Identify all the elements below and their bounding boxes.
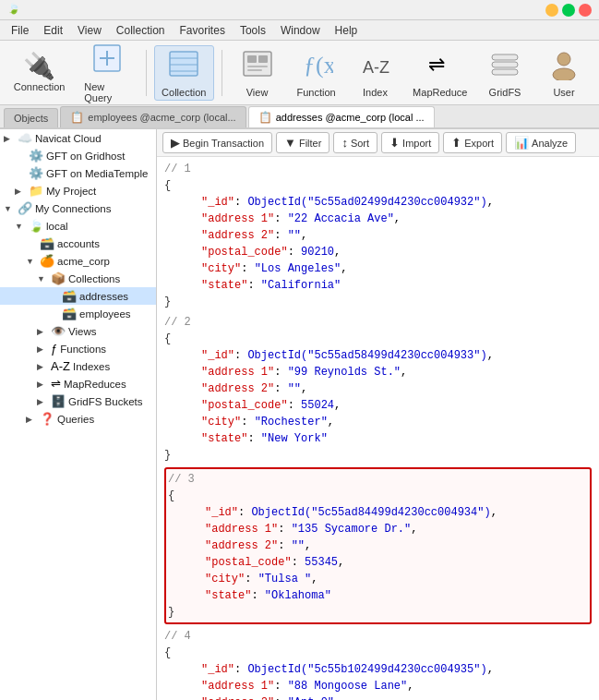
- icon-navicat-cloud: ☁️: [18, 131, 32, 145]
- close-brace-1: }: [164, 296, 171, 308]
- begin-transaction-icon: ▶: [171, 136, 180, 150]
- icon-gft-mediatemple: ⚙️: [29, 166, 43, 180]
- comment-3: // 3: [168, 473, 195, 486]
- toolbar-new-query[interactable]: New Query: [75, 45, 138, 101]
- filter-button[interactable]: ▼Filter: [276, 132, 329, 153]
- menu-item-help[interactable]: Help: [328, 22, 365, 39]
- import-button[interactable]: ⬇Import: [381, 132, 439, 153]
- label-queries: Queries: [57, 414, 94, 425]
- sidebar-item-local[interactable]: ▼🍃local: [0, 217, 156, 235]
- svg-point-18: [557, 53, 570, 66]
- sidebar-item-navicat-cloud[interactable]: ▶☁️Navicat Cloud: [0, 129, 156, 147]
- sidebar-item-functions[interactable]: ▶ƒFunctions: [0, 340, 156, 357]
- record-3[interactable]: // 3{"_id": ObjectId("5c55ad84499d4230cc…: [164, 467, 592, 624]
- sidebar-item-views[interactable]: ▶👁️Views: [0, 322, 156, 340]
- view-icon: [241, 47, 274, 85]
- svg-rect-8: [247, 55, 257, 63]
- record-1: // 1{"_id": ObjectId("5c55ad02499d4230cc…: [164, 161, 592, 310]
- sidebar-item-gft-mediatemple[interactable]: ⚙️GFT on MediaTemple: [0, 164, 156, 182]
- sidebar-item-gft-gridhost[interactable]: ⚙️GFT on Gridhost: [0, 147, 156, 164]
- icon-local: 🍃: [29, 219, 43, 233]
- minimize-button[interactable]: [545, 4, 558, 17]
- sidebar-item-addresses[interactable]: 🗃️addresses: [0, 287, 156, 305]
- sidebar-item-acme-corp[interactable]: ▼🍊acme_corp: [0, 252, 156, 270]
- titlebar: 🍃: [0, 0, 599, 20]
- comment-1: // 1: [164, 163, 191, 175]
- toolbar-connection[interactable]: 🔌Connection: [7, 45, 71, 101]
- open-brace-2: {: [164, 332, 171, 345]
- svg-text:ƒ(x): ƒ(x): [304, 52, 333, 78]
- menu-item-view[interactable]: View: [70, 22, 109, 39]
- sidebar-item-queries[interactable]: ▶❓Queries: [0, 410, 156, 428]
- toolbar-label-index: Index: [363, 87, 388, 98]
- toolbar-mapreduce[interactable]: ⇌MapReduce: [407, 45, 474, 101]
- tab-addresses[interactable]: 📋addresses @acme_corp (local ...: [248, 106, 435, 127]
- label-gridfs-buckets: GridFS Buckets: [68, 396, 143, 407]
- close-brace-3: }: [168, 606, 174, 619]
- toolbar-collection[interactable]: Collection: [154, 45, 214, 101]
- svg-point-19: [553, 68, 575, 80]
- toolbar-label-mapreduce: MapReduce: [413, 87, 467, 98]
- sidebar-item-mapreduces[interactable]: ▶⇌MapReduces: [0, 375, 156, 392]
- toolbar-index[interactable]: A-ZIndex: [348, 45, 403, 101]
- sidebar-item-indexes[interactable]: ▶A-ZIndexes: [0, 357, 156, 375]
- record-2: // 2{"_id": ObjectId("5c55ad58499d4230cc…: [164, 314, 592, 464]
- toolbar-label-new-query: New Query: [84, 81, 129, 103]
- menu-item-file[interactable]: File: [4, 22, 36, 39]
- filter-icon: ▼: [284, 136, 296, 150]
- svg-rect-9: [258, 55, 268, 63]
- menu-item-favorites[interactable]: Favorites: [173, 22, 233, 39]
- toolbar-gridfs[interactable]: GridFS: [477, 45, 533, 101]
- toolbar: 🔌ConnectionNew QueryCollectionViewƒ(x)Fu…: [0, 41, 599, 105]
- arrow-navicat-cloud: ▶: [4, 134, 15, 143]
- toolbar-label-function: Function: [296, 87, 335, 98]
- svg-rect-16: [492, 62, 518, 67]
- sidebar: ▶☁️Navicat Cloud⚙️GFT on Gridhost⚙️GFT o…: [0, 129, 157, 700]
- label-my-connections: My Connections: [35, 203, 111, 214]
- window-controls: [545, 4, 592, 17]
- tab-employees[interactable]: 📋employees @acme_corp (local...: [60, 106, 246, 127]
- menu-item-collection[interactable]: Collection: [109, 22, 173, 39]
- menu-item-edit[interactable]: Edit: [36, 22, 70, 39]
- export-button[interactable]: ⬆Export: [443, 132, 502, 153]
- icon-my-connections: 🔗: [18, 201, 32, 215]
- sidebar-item-employees[interactable]: 🗃️employees: [0, 305, 156, 322]
- icon-indexes: A-Z: [51, 359, 70, 373]
- close-button[interactable]: [579, 4, 592, 17]
- begin-transaction-button[interactable]: ▶Begin Transaction: [162, 132, 272, 153]
- sidebar-item-collections[interactable]: ▼📦Collections: [0, 270, 156, 287]
- arrow-my-connections: ▼: [4, 204, 15, 213]
- close-brace-2: }: [164, 449, 171, 462]
- sort-icon: ↕: [341, 136, 348, 150]
- tab-icon-addresses: 📋: [258, 111, 272, 124]
- toolbar-label-collection: Collection: [162, 87, 206, 98]
- icon-gft-gridhost: ⚙️: [29, 149, 43, 163]
- sidebar-item-my-connections[interactable]: ▼🔗My Connections: [0, 199, 156, 217]
- icon-addresses: 🗃️: [62, 289, 77, 303]
- analyze-button[interactable]: 📊Analyze: [506, 132, 576, 153]
- sidebar-item-accounts[interactable]: 🗃️accounts: [0, 235, 156, 252]
- label-navicat-cloud: Navicat Cloud: [35, 133, 102, 144]
- sort-button[interactable]: ↕Sort: [333, 132, 377, 153]
- icon-queries: ❓: [40, 412, 54, 426]
- open-brace-3: {: [168, 489, 174, 502]
- toolbar-label-user: User: [553, 87, 574, 98]
- arrow-acme-corp: ▼: [26, 257, 37, 266]
- sidebar-item-my-project[interactable]: ▶📁My Project: [0, 182, 156, 199]
- function-icon: ƒ(x): [300, 47, 333, 85]
- sidebar-item-gridfs-buckets[interactable]: ▶🗄️GridFS Buckets: [0, 392, 156, 410]
- toolbar-separator: [146, 50, 147, 96]
- toolbar-user[interactable]: User: [536, 45, 592, 101]
- connection-icon: 🔌: [23, 54, 55, 79]
- label-employees: employees: [79, 308, 131, 320]
- menu-item-tools[interactable]: Tools: [233, 22, 273, 39]
- toolbar-view[interactable]: View: [230, 45, 285, 101]
- json-content[interactable]: // 1{"_id": ObjectId("5c55ad02499d4230cc…: [157, 157, 599, 700]
- menu-item-window[interactable]: Window: [273, 22, 328, 39]
- export-label: Export: [464, 138, 494, 149]
- label-gft-gridhost: GFT on Gridhost: [46, 151, 125, 162]
- toolbar-function[interactable]: ƒ(x)Function: [289, 45, 344, 101]
- tab-objects[interactable]: Objects: [4, 108, 58, 127]
- maximize-button[interactable]: [562, 4, 575, 17]
- svg-text:⇌: ⇌: [428, 53, 445, 76]
